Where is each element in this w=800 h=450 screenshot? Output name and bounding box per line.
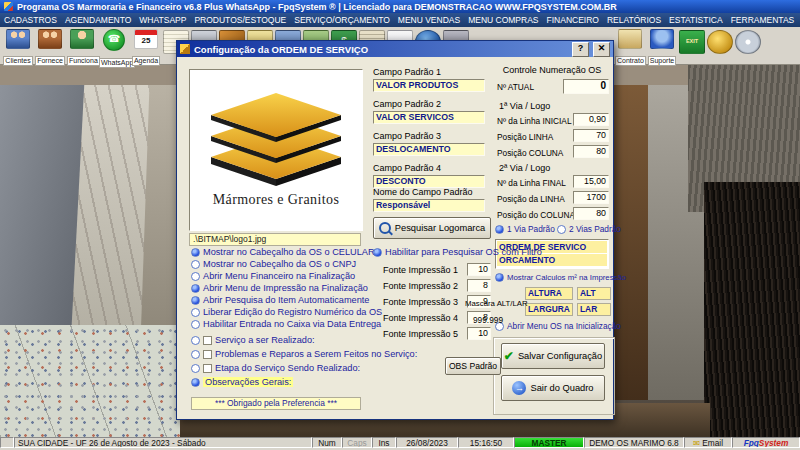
checkbox-icon [191, 308, 200, 317]
checkbox-pesquisa-item[interactable]: Abrir Pesquisa do Item Automaticamente [191, 295, 369, 305]
toolbar-suporte-button[interactable]: Suporte [647, 28, 677, 67]
obs-padrao-button[interactable]: OBS Padrão [445, 357, 501, 375]
menu-item-relatorios[interactable]: RELATÓRIOS [603, 15, 665, 25]
pos-linha-label: Posição LINHA [497, 132, 553, 142]
menu-item-agendamento[interactable]: AGENDAMENTO [61, 15, 135, 25]
menu-item-menu-compras[interactable]: MENU COMPRAS [464, 15, 542, 25]
brand-part-a: Fpq [744, 438, 759, 448]
menu-item-menu-vendas[interactable]: MENU VENDAS [394, 15, 464, 25]
toolbar-clientes-button[interactable]: Clientes [3, 28, 33, 67]
checkbox-etapa-servico[interactable]: Etapa do Serviço Sendo Realizado: [191, 363, 360, 373]
check-icon: ✔ [504, 350, 514, 362]
via2-header: 2ª Via / Logo [499, 163, 550, 173]
obs-padrao-label: OBS Padrão [449, 361, 497, 371]
campo3-input[interactable]: DESLOCAMENTO [373, 143, 485, 156]
sair-do-quadro-button[interactable]: → Sair do Quadro [501, 375, 605, 401]
wallpaper-texture [704, 182, 800, 437]
checkbox-icon [373, 248, 382, 257]
coins-icon[interactable] [707, 30, 733, 54]
magnifier-icon [379, 222, 391, 234]
window-titlebar[interactable]: Programa OS Marmoraria e Financeiro v6.8… [0, 0, 800, 13]
cd-icon[interactable] [735, 30, 761, 54]
salvar-configuracao-button[interactable]: ✔ Salvar Configuração [501, 343, 605, 369]
logo-path-field[interactable]: .\BITMAP\logo1.jpg [189, 233, 361, 246]
linha-inicial-label: Nº da Linha INICIAL [497, 116, 572, 126]
campo1-input[interactable]: VALOR PRODUTOS [373, 79, 485, 92]
menu-item-ferramentas[interactable]: FERRAMENTAS [727, 15, 799, 25]
checkbox-icon [191, 248, 200, 257]
menu-item-financeiro[interactable]: FINANCEIRO [543, 15, 603, 25]
dialog-body: Mármores e Granitos .\BITMAP\logo1.jpg C… [177, 57, 613, 419]
dialog-help-button[interactable]: ? [572, 42, 589, 57]
exit-icon[interactable]: EXIT [679, 30, 705, 54]
campo1-label: Campo Padrão 1 [373, 67, 441, 77]
pos-coluna-label: Posição COLUNA [497, 148, 563, 158]
checkbox-celular[interactable]: Mostrar no Cabeçalho da OS o CELULAR [191, 247, 375, 257]
menu-item-whatsapp[interactable]: WHATSAPP [135, 15, 190, 25]
dialog-titlebar[interactable]: Configuração da ORDEM DE SERVIÇO ? ✕ [177, 41, 613, 57]
toolbar-funcionario-button[interactable]: Funciona [67, 28, 97, 67]
checkbox-liberar-edicao[interactable]: Liberar Edição do Registro Numérico da O… [191, 307, 382, 317]
clients-icon [6, 29, 30, 49]
fonte2-input[interactable]: 8 [467, 279, 491, 292]
dialog-close-button[interactable]: ✕ [593, 42, 610, 57]
option-label: Mostrar no Cabeçalho da OS o CELULAR [203, 247, 375, 257]
menu-item-cadastros[interactable]: CADASTROS [0, 15, 61, 25]
toolbar-fornecedor-button[interactable]: Fornece [35, 28, 65, 67]
pos-linha-input[interactable]: 70 [573, 129, 609, 142]
mostrar-calculos-label: Mostrar Calculos m² na Impressão [507, 273, 626, 282]
checkbox-abrir-menu-os[interactable]: Abrir Menu OS na Inicialização [495, 321, 621, 331]
menu-item-estatistica[interactable]: ESTATISTICA [665, 15, 727, 25]
pesquisar-logomarca-button[interactable]: Pesquisar Logomarca [373, 217, 491, 239]
linha-inicial-input[interactable]: 0,90 [573, 113, 609, 126]
option-label: Liberar Edição do Registro Numérico da O… [203, 307, 382, 317]
option-label: Abrir Menu de Impressão na Finalização [203, 283, 368, 293]
checkbox-observacoes-gerais[interactable]: Observações Gerais: [191, 377, 293, 387]
linha-final-input[interactable]: 15,00 [573, 175, 609, 188]
largura-cell[interactable]: LARGURA [525, 303, 573, 316]
toolbar-agenda-button[interactable]: 25 Agenda [131, 28, 161, 67]
alt-cell[interactable]: ALT [577, 287, 611, 300]
radio-2-vias-padrao[interactable]: 2 Vias Padrão [557, 224, 621, 234]
radio-1-via-padrao[interactable]: 1 Via Padrão [495, 224, 555, 234]
status-time: 15:16:50 [458, 437, 514, 448]
toolbar-contrato-button[interactable]: Contrato [615, 28, 645, 67]
toolbar-contrato-label: Contrato [615, 56, 646, 66]
checkbox-menu-impressao[interactable]: Abrir Menu de Impressão na Finalização [191, 283, 368, 293]
logo-brand-text: Mármores e Granitos [213, 192, 340, 208]
salvar-label: Salvar Configuração [518, 351, 602, 361]
checkbox-filtro-os[interactable]: Habilitar para Pesquisar OS com Filtro [373, 247, 542, 257]
pos-coluna2-input[interactable]: 80 [573, 207, 609, 220]
toolbar-funcionario-label: Funciona [67, 56, 100, 66]
pos-linha2-input[interactable]: 1700 [573, 191, 609, 204]
atual-input[interactable]: 0 [563, 79, 609, 94]
checkbox-icon [191, 378, 200, 387]
nome-campo-input[interactable]: Responsável [373, 199, 485, 212]
campo2-input[interactable]: VALOR SERVICOS [373, 111, 485, 124]
menu-item-servico-orcamento[interactable]: SERVIÇO/ORÇAMENTO [290, 15, 394, 25]
fonte5-input[interactable]: 10 [467, 327, 491, 340]
checkbox-cnpj[interactable]: Mostrar no Cabeçalho da OS o CNPJ [191, 259, 356, 269]
radio-1-via-label: 1 Via Padrão [507, 224, 555, 234]
altura-cell[interactable]: ALTURA [525, 287, 573, 300]
toolbar-whatsapp-button[interactable]: ☎ WhatsApp [99, 28, 129, 69]
checkbox-mostrar-calculos[interactable]: Mostrar Calculos m² na Impressão [495, 273, 626, 282]
status-email-button[interactable]: ✉ Email [684, 437, 732, 448]
toolbar-fornecedor-label: Fornece [35, 56, 65, 66]
pos-linha2-label: Posição da LINHA [497, 194, 565, 204]
toolbar-suporte-label: Suporte [648, 56, 677, 66]
employee-icon [70, 29, 94, 49]
menu-item-produtos-estoque[interactable]: PRODUTOS/ESTOQUE [190, 15, 290, 25]
sub-checkbox-icon [203, 336, 212, 345]
checkbox-servico-realizado[interactable]: Serviço a ser Realizado: [191, 335, 315, 345]
fonte1-input[interactable]: 10 [467, 263, 491, 276]
status-brand: FpqSystem [732, 437, 800, 448]
option-label: Habilitar Entrada no Caixa via Data Entr… [203, 319, 381, 329]
checkbox-problemas-reparos[interactable]: Problemas e Reparos a Serem Feitos no Se… [191, 349, 417, 359]
brand-part-b: System [759, 438, 789, 448]
radio-2-vias-label: 2 Vias Padrão [569, 224, 621, 234]
pos-coluna-input[interactable]: 80 [573, 145, 609, 158]
checkbox-menu-financeiro[interactable]: Abrir Menu Financeiro na Finalização [191, 271, 355, 281]
lar-cell[interactable]: LAR [577, 303, 611, 316]
checkbox-entrada-caixa[interactable]: Habilitar Entrada no Caixa via Data Entr… [191, 319, 381, 329]
